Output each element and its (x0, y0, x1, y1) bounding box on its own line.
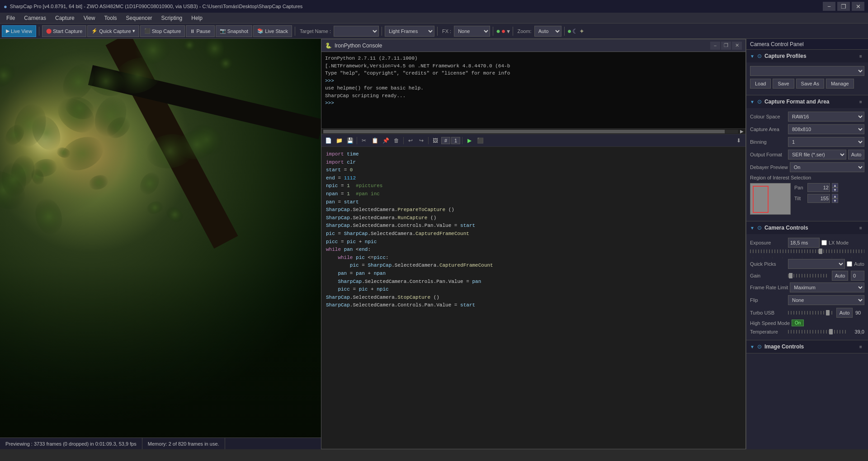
paste-btn[interactable]: 📌 (381, 136, 391, 146)
quick-picks-row: Quick Picks Auto (750, 259, 864, 269)
zoom-select[interactable]: Auto (534, 26, 561, 37)
menu-tools[interactable]: Tools (100, 14, 122, 22)
turbo-auto-btn[interactable]: Auto (836, 308, 853, 318)
gain-input[interactable] (851, 271, 864, 281)
live-stack-label: Live Stack (265, 28, 288, 34)
image-controls-title: Image Controls (764, 343, 854, 350)
menu-file[interactable]: File (2, 14, 19, 22)
expand-btn[interactable]: ⬇ (734, 136, 744, 146)
delete-btn[interactable]: 🗑 (392, 136, 401, 146)
gain-slider-thumb[interactable] (789, 273, 793, 278)
menu-help[interactable]: Help (187, 14, 207, 22)
exposure-row: Exposure LX Mode (750, 238, 864, 248)
undo-btn[interactable]: ↩ (406, 136, 415, 146)
gain-slider[interactable] (788, 274, 828, 278)
gain-auto-btn[interactable]: Auto (832, 271, 848, 281)
output-line-6: >>> (325, 99, 742, 107)
capture-area-select[interactable]: 808x810 (788, 124, 864, 134)
code-editor[interactable]: import time import clr start = 0 end = 1… (321, 147, 745, 449)
flip-select[interactable]: None (788, 295, 864, 305)
run-btn[interactable]: ▶ (464, 136, 474, 146)
redo-btn[interactable]: ↪ (416, 136, 426, 146)
camera-controls-icon: ⊙ (757, 225, 762, 231)
frame-rate-select[interactable]: Maximum (790, 282, 864, 292)
console-scrollbar[interactable]: ▶ (321, 129, 745, 134)
output-auto-btn[interactable]: Auto (848, 150, 864, 160)
debayer-select[interactable]: On (790, 162, 864, 172)
open-file-btn[interactable]: 📁 (334, 136, 344, 146)
exposure-input[interactable] (788, 238, 820, 248)
code-13: pic = SharpCap.SelectedCamera.CapturedFr… (326, 230, 741, 238)
tilt-up-btn[interactable]: ▲ (832, 194, 838, 198)
camera-controls-header[interactable]: ▼ ⊙ Camera Controls ≡ (746, 221, 868, 234)
menu-sequencer[interactable]: Sequencer (122, 14, 157, 22)
new-file-btn[interactable]: 📄 (323, 136, 333, 146)
console-minimize[interactable]: − (710, 42, 720, 50)
image-btn[interactable]: 🖼 (430, 136, 440, 146)
copy-btn[interactable]: 📋 (370, 136, 380, 146)
console-restore[interactable]: ❐ (721, 42, 731, 50)
format-menu-btn[interactable]: ≡ (857, 98, 864, 105)
menu-scripting[interactable]: Scripting (157, 14, 187, 22)
tilt-input[interactable] (807, 194, 830, 203)
scroll-arrow-right[interactable]: ▶ (740, 129, 745, 134)
load-profile-btn[interactable]: Load (750, 79, 771, 89)
turbo-slider[interactable] (788, 311, 833, 315)
restore-button[interactable]: ❐ (837, 2, 850, 11)
menu-capture[interactable]: Capture (51, 14, 79, 22)
menu-cameras[interactable]: Cameras (19, 14, 51, 22)
temperature-value: 39,0 (849, 329, 864, 334)
stop-capture-button[interactable]: ⬛ Stop Capture (140, 25, 185, 37)
output-format-select[interactable]: SER file (*.ser) (788, 150, 846, 160)
output-line-2: Type "help", "copyright", "credits" or "… (325, 70, 742, 77)
toolbar-sep-6 (513, 27, 513, 36)
profiles-select[interactable] (750, 66, 864, 76)
snapshot-label: Snapshot (227, 28, 248, 34)
exposure-slider-thumb[interactable] (819, 249, 822, 254)
pan-down-btn[interactable]: ▼ (832, 188, 838, 192)
quick-picks-select[interactable] (788, 259, 845, 269)
app-title: SharpCap Pro [v4.0.8791, 64 bit] - ZWO A… (7, 4, 823, 9)
pause-button[interactable]: ⏸ Pause (186, 25, 214, 37)
manage-profile-btn[interactable]: Manage (826, 79, 854, 89)
binning-select[interactable]: 1 (788, 137, 864, 147)
tilt-label: Tilt (794, 196, 806, 201)
quick-capture-button[interactable]: ⚡ Quick Capture ▾ (87, 25, 139, 37)
scrollbar-thumb[interactable] (323, 130, 725, 133)
image-controls-menu-btn[interactable]: ≡ (857, 343, 864, 350)
menu-view[interactable]: View (79, 14, 100, 22)
save-profile-btn[interactable]: Save (773, 79, 794, 89)
target-name-select[interactable] (334, 26, 379, 37)
exposure-slider[interactable] (750, 249, 864, 253)
close-button[interactable]: ✕ (852, 2, 864, 11)
format-content: Colour Space RAW16 Capture Area 808x810 … (746, 108, 868, 221)
cut-btn[interactable]: ✂ (359, 136, 369, 146)
camera-controls-menu-btn[interactable]: ≡ (857, 224, 864, 231)
live-view-button[interactable]: ▶ Live View (2, 25, 36, 37)
settings-icon[interactable]: ▾ (507, 28, 510, 35)
temperature-slider (788, 330, 847, 334)
turbo-slider-thumb[interactable] (826, 310, 830, 315)
lx-mode-checkbox[interactable] (821, 240, 827, 245)
live-stack-button[interactable]: 📚 Live Stack (253, 25, 292, 37)
snapshot-button[interactable]: 📷 Snapshot (216, 25, 252, 37)
pan-input[interactable] (807, 183, 830, 192)
start-capture-button[interactable]: ⬤ Start Capture (42, 25, 86, 37)
quick-picks-auto-checkbox[interactable] (847, 261, 852, 267)
minimize-button[interactable]: − (823, 2, 835, 11)
stop-script-btn[interactable]: ⬛ (475, 136, 485, 146)
capture-format-header[interactable]: ▼ ⊙ Capture Format and Area ≡ (746, 95, 868, 108)
high-speed-label: High Speed Mode (750, 320, 790, 326)
console-close[interactable]: ✕ (732, 42, 742, 50)
profiles-menu-btn[interactable]: ≡ (857, 52, 864, 60)
save-file-btn[interactable]: 💾 (345, 136, 355, 146)
capture-profiles-header[interactable]: ▼ ⊙ Capture Profiles ≡ (746, 50, 868, 62)
frame-type-select[interactable]: Light Frames (385, 26, 434, 37)
colour-space-select[interactable]: RAW16 (788, 112, 864, 122)
pan-up-btn[interactable]: ▲ (832, 183, 838, 188)
console-output[interactable]: IronPython 2.7.11 (2.7.11.1000) [.NETFra… (321, 52, 745, 129)
image-controls-header[interactable]: ▼ ⊙ Image Controls ≡ (746, 340, 868, 353)
fx-select[interactable]: None (454, 26, 490, 37)
tilt-down-btn[interactable]: ▼ (832, 198, 838, 203)
save-as-profile-btn[interactable]: Save As (796, 79, 824, 89)
